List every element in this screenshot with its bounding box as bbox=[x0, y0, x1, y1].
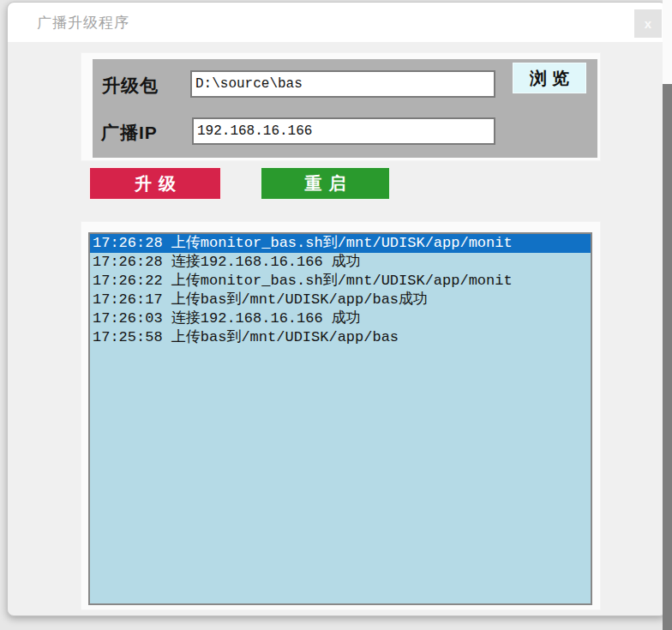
log-row[interactable]: 17:26:22 上传monitor_bas.sh到/mnt/UDISK/app… bbox=[90, 272, 591, 291]
form-panel: 升级包 浏览 广播IP bbox=[81, 52, 601, 161]
scrollbar-thumb[interactable] bbox=[663, 84, 672, 630]
form-group: 升级包 浏览 广播IP bbox=[93, 59, 597, 158]
window-title: 广播升级程序 bbox=[37, 13, 129, 33]
page-scrollbar bbox=[663, 0, 672, 630]
browse-button[interactable]: 浏览 bbox=[513, 63, 586, 93]
upgrade-dialog-window: 广播升级程序 x 升级包 浏览 广播IP 升级 重启 17:26:28 上传mo… bbox=[7, 2, 667, 616]
log-listbox[interactable]: 17:26:28 上传monitor_bas.sh到/mnt/UDISK/app… bbox=[88, 232, 592, 605]
broadcast-ip-label: 广播IP bbox=[101, 121, 158, 145]
titlebar: 广播升级程序 x bbox=[8, 3, 666, 42]
log-row[interactable]: 17:26:17 上传bas到/mnt/UDISK/app/bas成功 bbox=[90, 291, 591, 309]
log-row[interactable]: 17:26:28 连接192.168.16.166 成功 bbox=[90, 253, 591, 272]
restart-button[interactable]: 重启 bbox=[261, 167, 390, 200]
log-row[interactable]: 17:26:03 连接192.168.16.166 成功 bbox=[90, 309, 591, 328]
close-icon: x bbox=[645, 16, 651, 31]
log-row[interactable]: 17:25:58 上传bas到/mnt/UDISK/app/bas bbox=[90, 328, 591, 347]
broadcast-ip-input[interactable] bbox=[192, 117, 495, 145]
log-row[interactable]: 17:26:28 上传monitor_bas.sh到/mnt/UDISK/app… bbox=[90, 234, 591, 253]
package-label: 升级包 bbox=[102, 74, 159, 98]
upgrade-button[interactable]: 升级 bbox=[89, 167, 221, 200]
close-button[interactable]: x bbox=[634, 9, 662, 38]
log-panel: 17:26:28 上传monitor_bas.sh到/mnt/UDISK/app… bbox=[81, 221, 601, 610]
package-path-input[interactable] bbox=[190, 70, 495, 98]
